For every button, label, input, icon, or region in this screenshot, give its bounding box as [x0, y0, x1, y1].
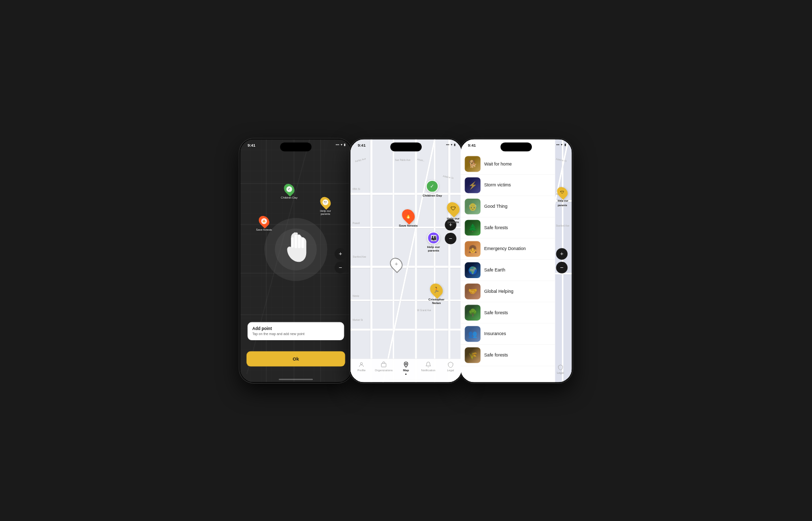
dynamic-island-3 — [500, 142, 532, 151]
list-item-safe-forests-1[interactable]: 🌲 Safe forests — [461, 217, 555, 238]
nav-map-label: Map — [403, 369, 409, 372]
list-item-safe-earth[interactable]: 🌍 Safe Earth — [461, 259, 555, 281]
p2-pin-purple: 👨‍👩‍👧 — [427, 231, 440, 244]
nav-legal-label: Legal — [447, 369, 454, 372]
nav-notification[interactable]: Notification — [417, 361, 440, 372]
wifi-icon: ▾ — [341, 143, 342, 146]
p2-marker-help-parents-gold[interactable]: 🛡 Help our parents — [445, 202, 462, 224]
zoom-in-button-1[interactable]: + — [335, 248, 346, 260]
storm-icon: ⚡ — [465, 177, 480, 193]
screen-3: 9:41 ▪▪▪ ▾ ▮ 🐕 — [461, 139, 572, 382]
zoom-out-button-3[interactable]: − — [556, 262, 568, 273]
tap-hand-icon — [281, 230, 310, 269]
nav-map[interactable]: Map — [395, 361, 417, 374]
p2-pin-gold: 🛡 — [444, 200, 462, 217]
child-icon: 👧 — [465, 241, 480, 257]
status-icons-2: ▪▪▪ ▾ ▮ — [446, 143, 455, 146]
dog-icon: 🐕 — [465, 156, 480, 172]
nav-profile-label: Profile — [358, 369, 366, 372]
thumb-storm-victims: ⚡ — [465, 177, 480, 193]
p2-pin-add: + — [387, 255, 405, 273]
screen-2: 9:41 ▪▪▪ ▾ ▮ — [350, 139, 462, 382]
p3-label-help-parents: Help our parents — [558, 199, 569, 207]
nav-profile[interactable]: Profile — [350, 361, 373, 372]
add-point-description: Tap on the map and add new point — [252, 332, 339, 336]
thumb-wait-for-home: 🐕 — [465, 156, 480, 172]
zoom-out-button-2[interactable]: − — [445, 232, 456, 244]
phone-3: 9:41 ▪▪▪ ▾ ▮ 🐕 — [460, 139, 573, 383]
p2-marker-cristopher[interactable]: 🏃 Cristopher Nolan — [425, 283, 448, 305]
list-item-name-good-thing: Good Thing — [484, 204, 507, 209]
list-item-name-safe-forests-1: Safe forests — [484, 225, 508, 230]
p2-marker-save-forests[interactable]: 🔥 Save forests — [399, 209, 418, 227]
p2-marker-add[interactable]: + — [391, 257, 402, 271]
p2-marker-children-day[interactable]: ✓ Children Day — [422, 180, 442, 197]
list-item-good-thing[interactable]: 👴 Good Thing — [461, 196, 555, 217]
phones-wrapper: 9:41 ▪▪▪ ▾ ▮ — [219, 139, 593, 383]
thumb-safe-forests-2: 🌳 — [465, 305, 480, 320]
list-item-name-safe-earth: Safe Earth — [484, 267, 505, 272]
p2-label-cristopher: Cristopher Nolan — [425, 297, 448, 305]
legal-nav-partial[interactable]: Legal — [557, 364, 564, 374]
thumb-safe-forests-1: 🌲 — [465, 220, 480, 235]
forest-icon-1: 🌲 — [465, 220, 480, 235]
list-item-insurances[interactable]: 👥 Insurances — [461, 323, 555, 345]
nav-notification-label: Notification — [421, 369, 436, 372]
status-time-1: 9:41 — [248, 143, 255, 147]
svg-rect-6 — [382, 363, 386, 367]
nav-legal[interactable]: Legal — [440, 361, 462, 372]
p2-pin-green: ✓ — [426, 180, 439, 193]
p3-marker-help-parents[interactable]: 🛡 Help our parents — [558, 186, 572, 207]
light-map[interactable]: Ashby Ave San Pablo Ave Adeline St 65th … — [350, 139, 462, 382]
list-item-global-helping[interactable]: 🤝 Global Helping — [461, 281, 555, 302]
list-item-name-wait-for-home: Wait for home — [484, 161, 511, 166]
thumb-emergency-donation: 👧 — [465, 241, 480, 257]
zoom-in-button-3[interactable]: + — [556, 248, 568, 260]
marker-help-parents[interactable]: 🛡 Help our parents — [315, 196, 336, 215]
thumb-insurances: 👥 — [465, 326, 480, 342]
nav-organizations-label: Organizations — [375, 369, 393, 372]
svg-rect-2 — [294, 234, 297, 248]
status-time-2: 9:41 — [358, 143, 365, 147]
list-item-safe-forests-3[interactable]: 🌾 Safe forests — [461, 344, 555, 366]
dynamic-island-1 — [280, 142, 312, 151]
list-item-wait-for-home[interactable]: 🐕 Wait for home — [461, 153, 555, 175]
list-item-emergency-donation[interactable]: 👧 Emergency Donation — [461, 238, 555, 260]
signal-icon: ▪▪▪ — [336, 143, 339, 146]
p2-marker-help-parents-purple[interactable]: 👨‍👩‍👧 Help our parents — [422, 231, 445, 252]
earth-icon: 🌍 — [465, 262, 480, 278]
zoom-out-button-1[interactable]: − — [335, 262, 346, 273]
wifi-icon-2: ▾ — [451, 143, 452, 146]
thumb-global-helping: 🤝 — [465, 283, 480, 299]
signal-icon-2: ▪▪▪ — [446, 143, 449, 146]
zoom-buttons-1: + − — [335, 248, 346, 273]
screen-1: 9:41 ▪▪▪ ▾ ▮ — [240, 139, 351, 382]
dynamic-island-2 — [390, 142, 422, 151]
marker-save-forests[interactable]: 🔥 Save forests — [256, 215, 272, 231]
p2-label-children-day: Children Day — [422, 194, 442, 197]
battery-icon-3: ▮ — [564, 143, 566, 146]
signal-icon-3: ▪▪▪ — [556, 143, 560, 146]
p2-label-help-parents-gold: Help our parents — [445, 216, 462, 223]
thumb-good-thing: 👴 — [465, 198, 480, 214]
thumb-safe-earth: 🌍 — [465, 262, 480, 278]
list-item-storm-victims[interactable]: ⚡ Storm victims — [461, 175, 555, 196]
svg-point-7 — [405, 363, 407, 365]
nav-organizations[interactable]: Organizations — [372, 361, 395, 372]
svg-rect-4 — [302, 237, 304, 248]
list-item-name-emergency-donation: Emergency Donation — [484, 246, 526, 251]
battery-icon-2: ▮ — [454, 143, 456, 146]
p3-pin-gold: 🛡 — [555, 185, 570, 200]
p2-label-help-parents-purple: Help our parents — [422, 245, 445, 252]
list-item-name-storm-victims: Storm victims — [484, 182, 511, 187]
add-point-title: Add point — [252, 326, 339, 331]
marker-children-day[interactable]: ✓ Children Day — [281, 183, 297, 199]
list-item-name-global-helping: Global Helping — [484, 289, 513, 294]
thumb-safe-forests-3: 🌾 — [465, 347, 480, 363]
list-item-safe-forests-2[interactable]: 🌳 Safe forests — [461, 302, 555, 323]
add-point-tooltip: Add point Tap on the map and add new poi… — [248, 322, 344, 340]
ok-button[interactable]: Ok — [247, 351, 345, 366]
wifi-icon-3: ▾ — [561, 143, 562, 146]
list-screen: 🐕 Wait for home ⚡ Storm victims — [461, 139, 572, 382]
phone-2: 9:41 ▪▪▪ ▾ ▮ — [349, 139, 462, 383]
